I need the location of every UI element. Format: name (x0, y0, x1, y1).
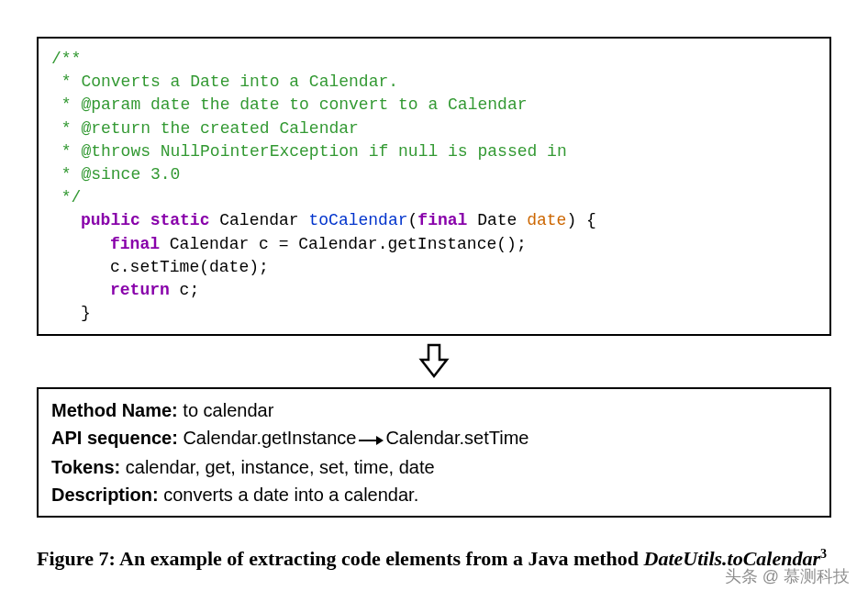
param-name: date (527, 211, 566, 229)
arrow-down-icon (37, 343, 831, 384)
kw-static: static (150, 211, 210, 229)
svg-marker-1 (376, 436, 384, 445)
comment-close: */ (51, 186, 817, 209)
body-1-rest: Calendar c = Calendar.getInstance(); (160, 235, 527, 253)
return-tail: c; (170, 281, 199, 299)
comment-param: * @param date the date to convert to a C… (51, 94, 817, 117)
arrow-right-icon (356, 426, 385, 453)
comment-open: /** (51, 48, 817, 71)
row-tokens: Tokens: calendar, get, instance, set, ti… (51, 453, 817, 481)
api-call-2: Calendar.setTime (385, 428, 529, 448)
label-description: Description: (51, 485, 159, 505)
value-description: converts a date into a calendar. (159, 485, 419, 505)
api-call-1: Calendar.getInstance (178, 428, 357, 448)
label-method-name: Method Name: (51, 400, 178, 420)
comment-since: * @since 3.0 (51, 163, 817, 186)
comment-throws: * @throws NullPointerException if null i… (51, 140, 817, 163)
comment-return: * @return the created Calendar (51, 117, 817, 140)
body-line-1: final Calendar c = Calendar.getInstance(… (51, 233, 817, 256)
row-description: Description: converts a date into a cale… (51, 481, 817, 508)
body-line-2: c.setTime(date); (51, 256, 817, 279)
paren-close: ) { (566, 211, 595, 229)
kw-final-param: final (417, 211, 467, 229)
code-box: /** * Converts a Date into a Calendar. *… (37, 37, 831, 336)
comment-desc: * Converts a Date into a Calendar. (51, 71, 817, 94)
close-brace: } (51, 302, 817, 325)
kw-public: public (81, 211, 140, 229)
method-name: toCalendar (308, 211, 407, 229)
caption-prefix: Figure 7: An example of extracting code … (37, 547, 644, 570)
method-signature: public static Calendar toCalendar(final … (51, 209, 817, 232)
watermark: 头条 @ 慕测科技 (725, 565, 850, 587)
label-api-sequence: API sequence: (51, 428, 178, 448)
paren-open: ( (408, 211, 418, 229)
row-method-name: Method Name: to calendar (51, 396, 817, 424)
value-tokens: calendar, get, instance, set, time, date (120, 457, 434, 477)
figure-caption: Figure 7: An example of extracting code … (37, 543, 831, 574)
param-type: Date (477, 211, 517, 229)
value-method-name: to calendar (178, 400, 274, 420)
return-type: Calendar (219, 211, 298, 229)
body-line-3: return c; (51, 279, 817, 302)
caption-superscript: 3 (820, 547, 827, 561)
info-box: Method Name: to calendar API sequence: C… (37, 387, 831, 518)
kw-final-local: final (110, 235, 160, 253)
row-api-sequence: API sequence: Calendar.getInstanceCalend… (51, 424, 817, 453)
label-tokens: Tokens: (51, 457, 120, 477)
kw-return: return (110, 281, 170, 299)
